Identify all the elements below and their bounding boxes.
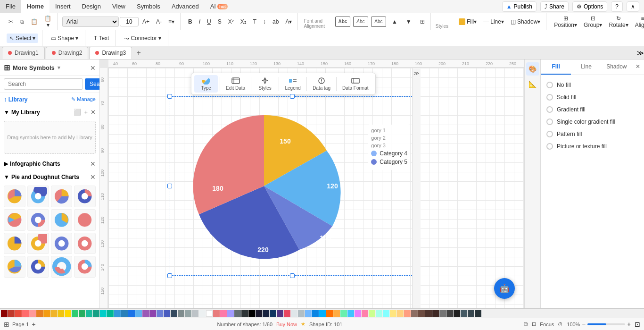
symbol-item-7[interactable] [51, 209, 73, 231]
color-swatch[interactable] [135, 310, 142, 317]
position-button[interactable]: ⊞ Position▾ [551, 14, 580, 30]
tab-drawing1[interactable]: Drawing1 [2, 47, 45, 59]
color-swatch[interactable] [369, 310, 375, 317]
color-swatch[interactable] [355, 310, 361, 317]
chart-data-tag-button[interactable]: Data tag [309, 75, 334, 93]
color-swatch[interactable] [15, 310, 22, 317]
paste-special-button[interactable]: 📋▾ [41, 14, 54, 30]
add-tab-button[interactable]: + [133, 47, 144, 59]
symbol-item-11[interactable] [51, 233, 73, 254]
color-swatch[interactable] [164, 310, 170, 317]
chart-styles-button[interactable]: Styles [253, 75, 277, 93]
collapse-button[interactable]: ∧ [627, 1, 639, 12]
add-page-button[interactable]: + [32, 321, 35, 328]
color-swatch[interactable] [284, 310, 290, 317]
color-swatch[interactable] [397, 310, 404, 317]
color-swatch[interactable] [234, 310, 241, 317]
pie-section-header[interactable]: ▼ Pie and Doughnut Charts ✕ [0, 170, 99, 184]
handle-bl[interactable] [167, 273, 172, 278]
color-swatch[interactable] [446, 310, 453, 317]
color-swatch[interactable] [432, 310, 439, 317]
text-bg-button[interactable]: ab [270, 17, 281, 26]
color-swatch[interactable] [157, 310, 163, 317]
options-button[interactable]: ⚙ Options [572, 1, 607, 12]
symbol-item-14[interactable] [27, 256, 49, 278]
zoom-slider[interactable] [587, 323, 625, 325]
tabs-more-button[interactable]: ≫ [637, 49, 644, 57]
menu-advanced[interactable]: Advanced [166, 0, 205, 13]
pie-chart-container[interactable]: 150 120 100 220 [170, 96, 415, 276]
zoom-out-button[interactable]: − [582, 321, 586, 328]
color-swatch[interactable] [128, 310, 135, 317]
chart-data-format-button[interactable]: Data Format [339, 75, 372, 93]
shape-tool-button[interactable]: ▭ Shape ▾ [48, 34, 81, 43]
fill-option-pattern[interactable]: Pattern fill [545, 128, 640, 140]
ai-assistant-button[interactable]: 🤖 [494, 278, 515, 299]
color-swatch[interactable] [418, 310, 425, 317]
symbol-item-2[interactable] [27, 186, 49, 207]
color-swatch[interactable] [199, 310, 206, 317]
publish-button[interactable]: ▲ Publish [502, 1, 537, 12]
symbol-item-15[interactable] [51, 256, 73, 278]
color-swatch[interactable] [298, 310, 305, 317]
fill-option-solid[interactable]: Solid fill [545, 91, 640, 103]
share-button[interactable]: ⤴ Share [540, 1, 569, 12]
tab-drawing2[interactable]: Drawing2 [46, 47, 89, 59]
sidebar-dropdown[interactable]: ▾ [58, 65, 60, 71]
handle-tl[interactable] [167, 94, 172, 99]
color-swatch[interactable] [192, 310, 198, 317]
menu-view[interactable]: View [107, 0, 131, 13]
symbol-item-4[interactable] [74, 186, 96, 207]
sidebar-close-button[interactable]: ✕ [90, 64, 96, 72]
symbol-item-10[interactable] [27, 233, 49, 254]
handle-bm[interactable] [290, 273, 295, 278]
fill-option-picture[interactable]: Picture or texture fill [545, 140, 640, 152]
color-swatch[interactable] [411, 310, 418, 317]
symbol-item-9[interactable] [4, 233, 25, 254]
styles-scroll-down[interactable]: ▼ [403, 17, 414, 26]
color-swatch[interactable] [425, 310, 432, 317]
color-swatch[interactable] [404, 310, 411, 317]
color-swatch[interactable] [220, 310, 227, 317]
color-swatch[interactable] [8, 310, 15, 317]
color-swatch[interactable] [50, 310, 57, 317]
color-swatch[interactable] [86, 310, 92, 317]
color-swatch[interactable] [149, 310, 156, 317]
panel-expand-button[interactable]: ≫ [413, 70, 420, 76]
color-swatch[interactable] [185, 310, 191, 317]
color-swatch[interactable] [461, 310, 467, 317]
canvas-grid[interactable]: Type Edit Data Styles Lege [108, 68, 524, 308]
side-icon-fill[interactable]: 🎨 [526, 62, 539, 76]
color-swatch[interactable] [256, 310, 262, 317]
fill-option-single-gradient[interactable]: Single color gradient fill [545, 116, 640, 128]
menu-file[interactable]: File [0, 0, 21, 13]
color-swatch[interactable] [291, 310, 297, 317]
group-button[interactable]: ⊡ Group▾ [581, 14, 605, 30]
font-family-select[interactable]: Arial [62, 17, 119, 27]
color-swatch[interactable] [319, 310, 326, 317]
fill-option-gradient[interactable]: Gradient fill [545, 103, 640, 116]
color-swatch[interactable] [79, 310, 85, 317]
underline-button[interactable]: U [204, 17, 214, 26]
infographic-close-button[interactable]: ✕ [90, 160, 96, 168]
line-button[interactable]: — Line▾ [480, 17, 507, 26]
color-swatch[interactable] [227, 310, 234, 317]
menu-insert[interactable]: Insert [50, 0, 76, 13]
font-size-input[interactable] [120, 17, 139, 26]
color-swatch[interactable] [241, 310, 248, 317]
color-swatch[interactable] [454, 310, 460, 317]
color-swatch[interactable] [121, 310, 128, 317]
color-swatch[interactable] [263, 310, 269, 317]
fill-option-no-fill[interactable]: No fill [545, 79, 640, 91]
ml-export-button[interactable]: ⬜ [74, 109, 81, 116]
color-swatch[interactable] [383, 310, 389, 317]
layers-button[interactable]: ⧉ [524, 321, 528, 328]
symbol-item-6[interactable] [27, 209, 49, 231]
text-style-button[interactable]: T [250, 17, 259, 26]
bold-button[interactable]: B [185, 17, 195, 26]
copy-button[interactable]: ⧉ [17, 17, 27, 26]
select-tool-button[interactable]: ↖ Select ▾ [7, 34, 38, 43]
color-swatch[interactable] [29, 310, 36, 317]
menu-ai[interactable]: AI hot [205, 0, 233, 13]
font-increase-button[interactable]: A+ [140, 17, 152, 26]
